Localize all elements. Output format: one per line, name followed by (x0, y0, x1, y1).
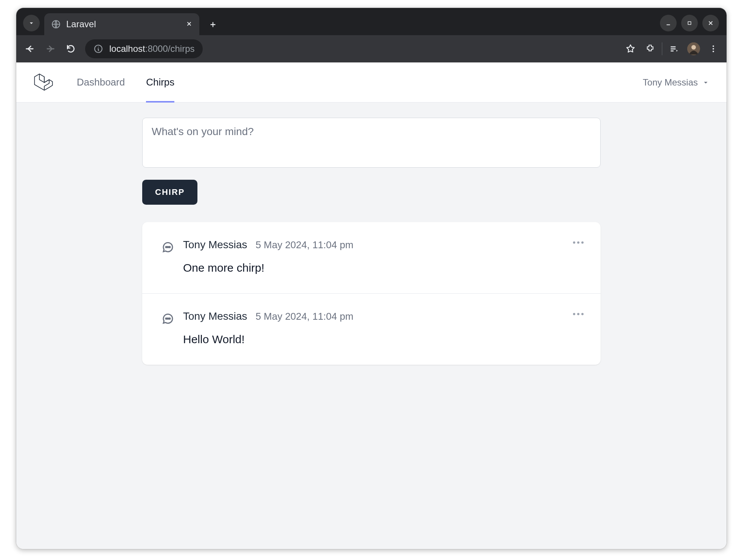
browser-window: Laravel localhost:80 (16, 8, 727, 549)
svg-point-22 (581, 313, 584, 315)
browser-toolbar: localhost:8000/chirps (16, 35, 727, 62)
svg-point-19 (169, 318, 170, 319)
svg-point-20 (573, 313, 575, 315)
back-button[interactable] (22, 40, 38, 57)
svg-point-12 (168, 247, 169, 248)
maximize-button[interactable] (681, 15, 698, 31)
url-host: localhost (109, 44, 145, 54)
titlebar: Laravel (16, 8, 727, 35)
close-tab-icon[interactable] (186, 19, 193, 30)
chirp-feed: Tony Messias 5 May 2024, 11:04 pm One mo… (142, 222, 601, 365)
avatar-icon (687, 42, 700, 55)
svg-point-7 (691, 45, 696, 50)
url-path: :8000/chirps (145, 44, 195, 54)
dots-horizontal-icon (573, 313, 584, 316)
svg-rect-5 (671, 50, 674, 51)
address-bar[interactable]: localhost:8000/chirps (85, 39, 203, 58)
svg-rect-3 (671, 47, 675, 48)
chirp-time: 5 May 2024, 11:04 pm (256, 311, 354, 322)
svg-point-16 (581, 241, 584, 244)
chirp-item: Tony Messias 5 May 2024, 11:04 pm Hello … (142, 293, 601, 365)
svg-point-21 (577, 313, 579, 315)
chirp-actions-button[interactable] (573, 310, 584, 317)
user-menu[interactable]: Tony Messias (643, 62, 710, 102)
url: localhost:8000/chirps (109, 44, 194, 54)
app-nav: Dashboard Chirps Tony Messias (16, 62, 727, 103)
chirp-time: 5 May 2024, 11:04 pm (256, 239, 354, 251)
chirp-text: One more chirp! (183, 261, 582, 274)
chirp-actions-button[interactable] (573, 239, 584, 246)
chevron-down-icon (702, 78, 710, 87)
svg-point-17 (166, 318, 167, 319)
reload-button[interactable] (62, 40, 79, 57)
svg-point-18 (168, 318, 169, 319)
svg-rect-4 (671, 48, 675, 50)
svg-point-15 (577, 241, 579, 244)
chirp-text: Hello World! (183, 333, 582, 346)
content: Chirp Tony Messias 5 May 2024, 11:04 pm … (133, 103, 610, 380)
close-window-button[interactable] (702, 15, 719, 31)
tab-title: Laravel (66, 19, 180, 30)
chirp-item: Tony Messias 5 May 2024, 11:04 pm One mo… (142, 222, 601, 293)
browser-tab[interactable]: Laravel (44, 13, 199, 35)
app-logo[interactable] (33, 62, 54, 102)
svg-point-10 (713, 51, 714, 52)
chevron-down-icon (28, 19, 35, 27)
nav-link-chirps[interactable]: Chirps (146, 62, 174, 102)
forward-button[interactable] (42, 40, 59, 57)
profile-button[interactable] (686, 41, 702, 57)
svg-point-13 (169, 247, 170, 248)
toolbar-separator (662, 42, 662, 55)
window-controls (660, 15, 727, 35)
laravel-logo-icon (33, 72, 54, 93)
svg-point-9 (713, 48, 714, 50)
svg-point-14 (573, 241, 575, 244)
chat-bubble-icon (161, 240, 175, 254)
chirp-composer[interactable] (142, 118, 601, 168)
minimize-button[interactable] (660, 15, 677, 31)
dots-horizontal-icon (573, 241, 584, 244)
page-viewport: Dashboard Chirps Tony Messias Chirp (16, 62, 727, 549)
chirp-submit-button[interactable]: Chirp (142, 180, 197, 205)
chirp-author: Tony Messias (183, 310, 247, 322)
media-controls-button[interactable] (666, 41, 682, 57)
bookmark-button[interactable] (623, 41, 638, 57)
nav-link-dashboard[interactable]: Dashboard (77, 62, 125, 102)
svg-point-11 (166, 247, 167, 248)
new-tab-button[interactable] (205, 16, 221, 33)
browser-menu-button[interactable] (705, 41, 721, 57)
extensions-button[interactable] (642, 41, 658, 57)
svg-rect-1 (688, 22, 691, 25)
user-menu-label: Tony Messias (643, 77, 698, 88)
site-info-icon[interactable] (93, 44, 103, 54)
chirp-author: Tony Messias (183, 239, 247, 251)
svg-point-8 (713, 45, 714, 47)
tab-search-button[interactable] (23, 15, 40, 31)
chat-bubble-icon (161, 312, 175, 325)
nav-links: Dashboard Chirps (77, 62, 174, 102)
globe-icon (51, 19, 61, 29)
